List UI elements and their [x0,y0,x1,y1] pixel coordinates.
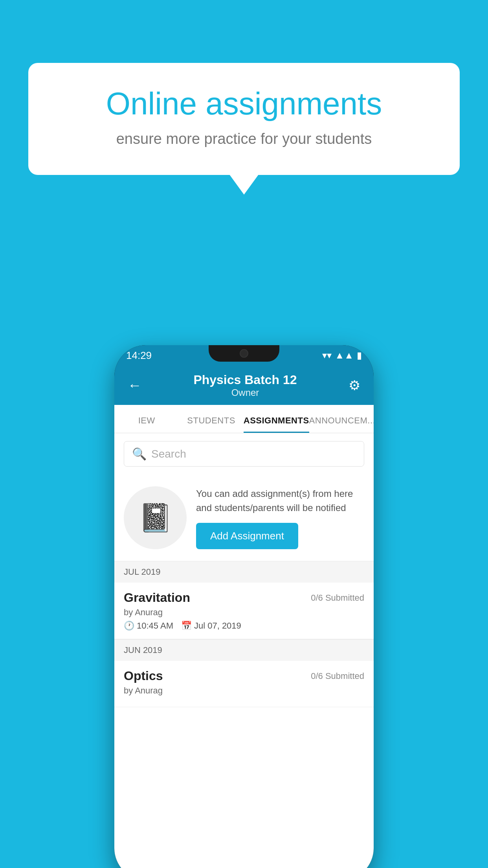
back-button[interactable]: ← [124,373,146,397]
search-placeholder: Search [151,448,186,460]
clock-icon: 🕐 [124,621,134,631]
search-bar[interactable]: 🔍 Search [124,441,364,467]
assignment-time: 🕐 10:45 AM [124,621,173,631]
search-container: 🔍 Search [114,433,374,474]
assignment-by-optics: by Anurag [124,686,364,696]
date-value: Jul 07, 2019 [194,621,241,631]
phone-notch [209,345,279,362]
assignment-by: by Anurag [124,607,364,618]
assignment-top-row-optics: Optics 0/6 Submitted [124,669,364,683]
add-assignment-button[interactable]: Add Assignment [196,523,298,549]
add-assignment-right: You can add assignment(s) from here and … [196,487,364,549]
assignment-notebook-icon: 📓 [138,502,172,534]
inner-scroll: 🔍 Search 📓 You can add assignment(s) fro… [114,433,374,868]
phone-camera [240,349,248,358]
status-icons: ▾▾ ▲▲ ▮ [322,350,362,361]
phone-content: 🔍 Search 📓 You can add assignment(s) fro… [114,433,374,868]
section-header-jun2019: JUN 2019 [114,639,374,661]
assignment-submitted: 0/6 Submitted [311,593,364,603]
speech-bubble-title: Online assignments [60,86,428,121]
calendar-icon: 📅 [181,621,192,631]
speech-bubble-container: Online assignments ensure more practice … [28,63,460,175]
battery-icon: ▮ [357,350,362,361]
app-bar-title-section: Physics Batch 12 Owner [146,373,345,398]
assignment-top-row: Gravitation 0/6 Submitted [124,590,364,605]
assignment-item-gravitation[interactable]: Gravitation 0/6 Submitted by Anurag 🕐 10… [114,583,374,639]
assignment-submitted-optics: 0/6 Submitted [311,671,364,681]
speech-bubble: Online assignments ensure more practice … [28,63,460,175]
tab-announcements[interactable]: ANNOUNCEM... [309,416,374,433]
assignment-name: Gravitation [124,590,190,605]
app-bar-subtitle: Owner [146,387,345,398]
wifi-icon: ▾▾ [322,350,332,361]
search-icon: 🔍 [132,447,147,461]
assignment-name-optics: Optics [124,669,163,683]
app-bar-title: Physics Batch 12 [146,373,345,387]
phone-frame: 14:29 ▾▾ ▲▲ ▮ ← Physics Batch 12 Owner ⚙… [114,345,374,868]
add-assignment-description: You can add assignment(s) from here and … [196,487,364,515]
tab-iew[interactable]: IEW [114,416,179,433]
status-time: 14:29 [126,349,152,362]
tab-students[interactable]: STUDENTS [179,416,243,433]
section-header-jul2019: JUL 2019 [114,561,374,583]
tabs-bar: IEW STUDENTS ASSIGNMENTS ANNOUNCEM... [114,405,374,433]
app-bar: ← Physics Batch 12 Owner ⚙ [114,366,374,405]
time-value: 10:45 AM [137,621,173,631]
assignment-icon-circle: 📓 [124,486,187,549]
tab-assignments[interactable]: ASSIGNMENTS [244,416,309,433]
speech-bubble-subtitle: ensure more practice for your students [60,131,428,147]
assignment-date: 📅 Jul 07, 2019 [181,621,241,631]
add-assignment-section: 📓 You can add assignment(s) from here an… [114,474,374,561]
assignment-item-optics[interactable]: Optics 0/6 Submitted by Anurag [114,661,374,707]
assignment-meta: 🕐 10:45 AM 📅 Jul 07, 2019 [124,621,364,631]
signal-icon: ▲▲ [335,350,354,361]
settings-button[interactable]: ⚙ [345,373,364,397]
